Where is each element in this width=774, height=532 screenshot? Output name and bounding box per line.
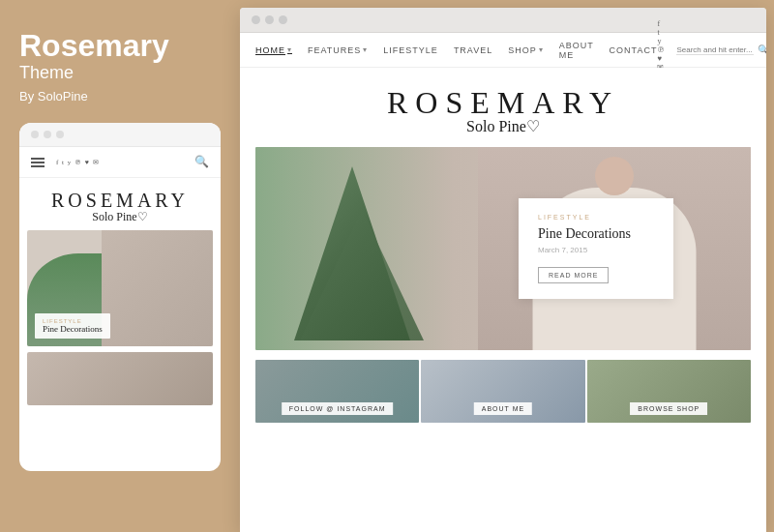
thumb-label-1: FOLLOW @ INSTAGRAM xyxy=(282,402,394,415)
theme-title: Rosemary xyxy=(19,29,221,63)
nav-item-shop[interactable]: SHOP ▾ xyxy=(508,45,544,55)
nav-item-home[interactable]: HOME ▾ xyxy=(255,45,292,55)
nav-item-contact[interactable]: CONTACT xyxy=(610,45,658,55)
thumbnail-instagram: FOLLOW @ INSTAGRAM xyxy=(255,360,419,423)
desktop-featured-image: LIFESTYLE Pine Decorations March 7, 2015… xyxy=(255,147,751,350)
mobile-dot-1 xyxy=(31,131,39,138)
mobile-preview: f t y ℗ ♥ ✉ 🔍 ROSEMARY Solo Pine♡ LIFEST… xyxy=(19,123,221,471)
card-date: March 7, 2015 xyxy=(538,246,654,254)
person-head xyxy=(595,157,634,195)
desktop-search-input[interactable] xyxy=(676,45,754,55)
mobile-dot-2 xyxy=(44,131,51,138)
nav-item-features[interactable]: FEATURES ▾ xyxy=(308,45,368,55)
browser-dot-2 xyxy=(265,15,274,24)
read-more-button[interactable]: READ MORE xyxy=(538,267,609,283)
mobile-browser-bar xyxy=(19,123,221,147)
desktop-nav: HOME ▾ FEATURES ▾ LIFESTYLE TRAVEL SHOP … xyxy=(240,33,766,68)
left-panel: Rosemary Theme By SoloPine f t y ℗ ♥ ✉ 🔍… xyxy=(0,0,240,532)
nav-item-travel[interactable]: TRAVEL xyxy=(454,45,492,55)
mobile-search-icon: 🔍 xyxy=(194,155,209,169)
desktop-logo-area: ROSEMARY Solo Pine♡ xyxy=(240,68,766,147)
nav-item-aboutme[interactable]: ABOUT ME xyxy=(559,41,594,60)
theme-subtitle: Theme xyxy=(19,63,221,83)
mobile-nav: f t y ℗ ♥ ✉ 🔍 xyxy=(19,147,221,178)
browser-dot-3 xyxy=(279,15,287,24)
card-title: Pine Decorations xyxy=(538,226,654,242)
theme-by: By SoloPine xyxy=(19,89,221,103)
mobile-nav-left: f t y ℗ ♥ ✉ xyxy=(31,158,100,167)
search-icon[interactable]: 🔍 xyxy=(758,44,766,55)
desktop-nav-left: HOME ▾ FEATURES ▾ LIFESTYLE TRAVEL SHOP … xyxy=(255,41,657,60)
mobile-logo-area: ROSEMARY Solo Pine♡ xyxy=(19,178,221,230)
thumbnail-aboutme: ABOUT ME xyxy=(421,360,584,423)
person-image xyxy=(102,230,213,346)
nav-item-lifestyle[interactable]: LIFESTYLE xyxy=(383,45,438,55)
mobile-card-overlay: LIFESTYLE Pine Decorations xyxy=(35,313,110,339)
mobile-bottom-image xyxy=(27,352,213,405)
thumbnail-shop: BROWSE SHOP xyxy=(587,360,751,423)
desktop-search-box: 🔍 xyxy=(676,44,766,55)
desktop-thumbnails: FOLLOW @ INSTAGRAM ABOUT ME BROWSE SHOP xyxy=(255,360,751,423)
featured-background xyxy=(255,147,751,350)
mobile-card-title: Pine Decorations xyxy=(43,324,103,334)
featured-post-card: LIFESTYLE Pine Decorations March 7, 2015… xyxy=(519,198,673,299)
mobile-social-icons: f t y ℗ ♥ ✉ xyxy=(56,159,100,166)
desktop-logo-text: ROSEMARY xyxy=(240,85,766,121)
mobile-logo-script: Solo Pine♡ xyxy=(29,210,211,224)
mobile-logo-text: ROSEMARY xyxy=(29,190,211,212)
desktop-main: ROSEMARY Solo Pine♡ LIFESTYLE Pine Decor… xyxy=(240,68,766,532)
desktop-preview: HOME ▾ FEATURES ▾ LIFESTYLE TRAVEL SHOP … xyxy=(240,8,766,532)
desktop-logo-script: Solo Pine♡ xyxy=(240,117,766,135)
hamburger-icon xyxy=(31,158,45,167)
mobile-featured-image: LIFESTYLE Pine Decorations xyxy=(27,230,213,346)
mobile-dot-3 xyxy=(56,131,64,138)
thumb-label-2: ABOUT ME xyxy=(474,402,532,415)
browser-dot-1 xyxy=(252,15,260,24)
thumb-label-3: BROWSE SHOP xyxy=(630,402,707,415)
card-category: LIFESTYLE xyxy=(538,214,654,221)
